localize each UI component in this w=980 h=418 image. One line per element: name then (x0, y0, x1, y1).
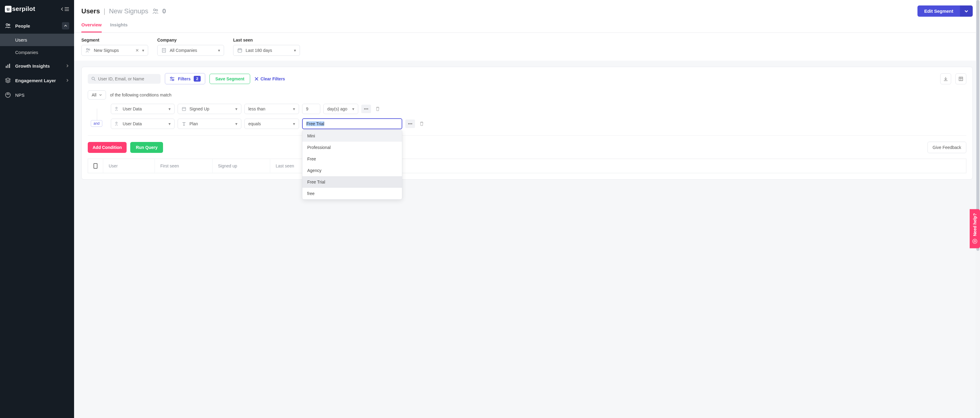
dropdown-option-agency[interactable]: Agency (302, 165, 402, 176)
dropdown-option-mini[interactable]: Mini (302, 130, 402, 142)
search-input-wrapper[interactable] (88, 74, 161, 84)
cond1-delete-button[interactable] (374, 106, 381, 111)
svg-rect-21 (182, 108, 186, 111)
cond1-op-select[interactable]: less than ▾ (244, 104, 299, 114)
title-users: Users (81, 7, 100, 15)
edit-segment-dropdown[interactable] (960, 5, 973, 17)
svg-rect-2 (6, 66, 7, 68)
people-icon (115, 121, 119, 126)
download-icon (943, 76, 948, 81)
svg-point-7 (156, 9, 158, 11)
filters-button[interactable]: Filters 2 (165, 73, 205, 84)
nav-people-chevron[interactable] (62, 22, 69, 29)
search-input[interactable] (98, 76, 157, 81)
cond2-delete-button[interactable] (418, 121, 425, 126)
help-icon (972, 238, 978, 244)
tabs: Overview Insights (74, 17, 980, 33)
columns-icon (958, 76, 963, 81)
cond2-field-select[interactable]: Plan ▾ (178, 119, 241, 129)
company-select[interactable]: All Companies ▾ (157, 45, 224, 56)
dropdown-option-free-lower[interactable]: free (302, 188, 402, 199)
dropdown-option-free[interactable]: Free (302, 153, 402, 165)
nav-people-label: People (15, 23, 30, 28)
caret-down-icon: ▾ (235, 106, 237, 111)
cond1-unit-value: day(s) ago (327, 106, 347, 111)
svg-point-8 (86, 49, 88, 50)
cond1-source-select[interactable]: User Data ▾ (111, 104, 175, 114)
cond1-source-value: User Data (123, 106, 142, 111)
caret-down-icon: ▾ (142, 48, 144, 53)
building-icon (161, 48, 167, 53)
nav-people[interactable]: People (0, 18, 74, 34)
svg-rect-15 (238, 49, 242, 52)
lastseen-select[interactable]: Last 180 days ▾ (233, 45, 300, 56)
columns-button[interactable] (955, 73, 966, 84)
match-mode-select[interactable]: All (88, 90, 106, 100)
cond2-source-select[interactable]: User Data ▾ (111, 119, 175, 129)
nav-users[interactable]: Users (0, 34, 74, 46)
run-query-button[interactable]: Run Query (130, 142, 163, 153)
cond1-more-button[interactable]: ••• (361, 104, 371, 113)
nav-nps[interactable]: NPS (0, 88, 74, 102)
people-icon (152, 8, 159, 14)
save-segment-button[interactable]: Save Segment (210, 74, 250, 84)
svg-rect-3 (8, 65, 8, 68)
svg-rect-14 (164, 51, 165, 51)
svg-rect-12 (164, 49, 165, 50)
cond2-more-button[interactable]: ••• (405, 120, 415, 128)
cond1-value-input[interactable] (302, 104, 320, 114)
need-help-tab[interactable]: Need help? (970, 209, 980, 248)
nav-growth-insights[interactable]: Growth Insights (0, 59, 74, 73)
svg-rect-10 (162, 49, 166, 52)
nav-companies[interactable]: Companies (0, 46, 74, 59)
clear-filters-button[interactable]: Clear Filters (255, 76, 285, 81)
connector-and[interactable]: and (91, 120, 102, 127)
cond2-op-select[interactable]: equals ▾ (244, 119, 299, 129)
svg-point-16 (92, 77, 94, 80)
content-area: Filters 2 Save Segment Clear Filters (74, 61, 980, 418)
add-condition-button[interactable]: Add Condition (88, 142, 127, 153)
tab-insights[interactable]: Insights (110, 22, 128, 32)
match-mode-value: All (92, 92, 97, 97)
dropdown-option-professional[interactable]: Professional (302, 142, 402, 153)
cond1-unit-select[interactable]: day(s) ago ▾ (323, 104, 358, 114)
sidebar-collapse-button[interactable] (61, 7, 69, 11)
col-signed-up[interactable]: Signed up (213, 159, 270, 173)
page-header: Users | New Signups 0 Edit Segment (74, 0, 980, 17)
download-button[interactable] (940, 73, 951, 84)
give-feedback-button[interactable]: Give Feedback (928, 142, 966, 153)
match-text: of the following conditions match (110, 92, 172, 97)
chevron-down-icon (964, 9, 969, 13)
cond2-op-value: equals (248, 121, 261, 126)
condition-row-2: and User Data ▾ (88, 118, 966, 129)
title-segment: New Signups (109, 7, 148, 15)
trash-icon (375, 106, 380, 111)
caret-down-icon: ▾ (218, 48, 220, 53)
search-icon (91, 76, 95, 81)
title-separator: | (103, 7, 105, 15)
cond1-field-value: Signed Up (189, 106, 209, 111)
chevron-down-icon (99, 93, 102, 97)
company-value: All Companies (170, 48, 215, 53)
caret-down-icon: ▾ (169, 106, 170, 111)
sidebar-header: userpilot (0, 0, 74, 18)
people-icon (5, 23, 11, 29)
dropdown-option-free-trial[interactable]: Free Trial (302, 176, 402, 188)
select-all-checkbox[interactable] (88, 159, 103, 173)
tab-overview[interactable]: Overview (81, 22, 102, 32)
segment-clear[interactable]: ✕ (135, 48, 139, 53)
query-card: Filters 2 Save Segment Clear Filters (81, 67, 973, 180)
edit-segment-button[interactable]: Edit Segment (918, 5, 973, 17)
layers-icon (5, 78, 11, 84)
nav-growth-label: Growth Insights (15, 63, 50, 68)
segment-select[interactable]: New Signups ✕ ▾ (81, 45, 148, 56)
clear-filters-label: Clear Filters (261, 76, 285, 81)
main-content: Users | New Signups 0 Edit Segment Overv… (74, 0, 980, 418)
menu-icon (64, 7, 69, 11)
nav-engagement-layer[interactable]: Engagement Layer (0, 73, 74, 88)
cond1-field-select[interactable]: Signed Up ▾ (178, 104, 241, 114)
col-user[interactable]: User (103, 159, 155, 173)
svg-point-0 (6, 24, 8, 25)
cond2-value-input[interactable]: Free Trial (302, 118, 402, 129)
col-first-seen[interactable]: First seen (155, 159, 213, 173)
